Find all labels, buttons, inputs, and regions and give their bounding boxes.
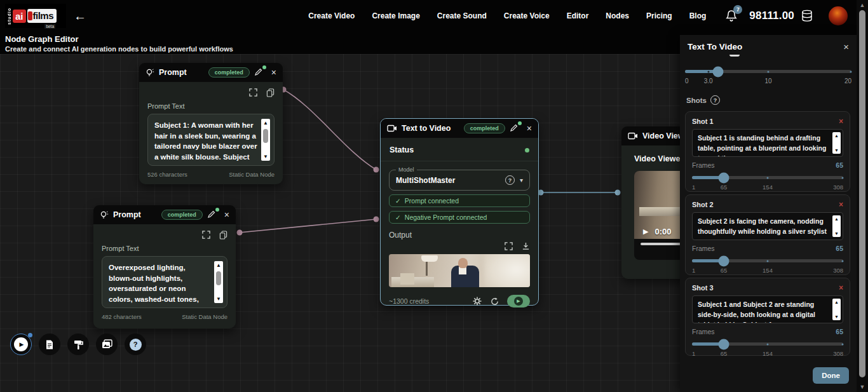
textarea-scroll-spinner[interactable]: ▲ ▼	[832, 132, 841, 154]
copy-icon[interactable]	[266, 88, 275, 97]
frames-slider[interactable]: 1 65 154 308	[692, 259, 843, 274]
nav-create-sound[interactable]: Create Sound	[437, 11, 487, 20]
frames-label: Frames	[692, 328, 715, 335]
textarea-scrollbar[interactable]: ▲ ▼	[214, 261, 223, 303]
textarea-scrollbar[interactable]: ▲ ▼	[261, 119, 270, 161]
scroll-down-icon[interactable]: ▼	[834, 231, 839, 236]
close-node-button[interactable]: ×	[271, 67, 276, 78]
model-select[interactable]: Model MultiShotMaster ? ▾	[389, 170, 530, 191]
frames-value: 65	[836, 161, 843, 169]
logo-studio-text: studio	[7, 8, 11, 25]
shots-section-label: Shots	[686, 97, 707, 104]
app-logo[interactable]: studio ai films beta	[5, 4, 66, 28]
scrollbar-thumb[interactable]	[859, 10, 865, 377]
nav-pricing[interactable]: Pricing	[646, 11, 672, 20]
nav-blog[interactable]: Blog	[689, 11, 707, 20]
scroll-up-icon[interactable]: ▲	[214, 262, 223, 268]
edit-button[interactable]	[207, 210, 217, 220]
document-icon	[44, 339, 55, 350]
frames-slider[interactable]: 1 65 154 308	[692, 176, 843, 191]
nav-editor[interactable]: Editor	[567, 11, 589, 20]
pencil-icon	[510, 123, 519, 132]
prompt-node-1[interactable]: Prompt completed × Prompt Text Subject 1…	[139, 63, 283, 184]
scroll-down-icon[interactable]: ▼	[261, 154, 270, 159]
play-icon[interactable]: ▶	[643, 227, 648, 236]
textarea-scroll-spinner[interactable]: ▲ ▼	[832, 299, 841, 320]
gallery-button[interactable]	[96, 334, 118, 355]
scroll-down-icon[interactable]: ▼	[834, 314, 839, 319]
expand-icon[interactable]	[202, 231, 210, 239]
dropdown-arrow-icon: ▾	[520, 177, 523, 184]
output-video-thumbnail[interactable]	[389, 254, 530, 287]
scrollbar-thumb[interactable]	[216, 271, 221, 285]
textarea-scroll-spinner[interactable]: ▲ ▼	[832, 215, 841, 237]
text-to-video-node-header[interactable]: Text to Video completed ×	[381, 119, 538, 138]
scroll-down-icon[interactable]: ▼	[214, 296, 223, 302]
expand-icon[interactable]	[505, 242, 513, 250]
main-parameter-slider[interactable]: 0 3.0 10 20	[685, 70, 851, 85]
slider-handle[interactable]	[713, 66, 724, 77]
shot-description-textarea[interactable]: Subject 1 and Subject 2 are standing sid…	[692, 295, 843, 323]
edit-button[interactable]	[254, 67, 264, 78]
text-to-video-node[interactable]: Text to Video completed × Status Model M…	[380, 118, 539, 306]
slider-handle[interactable]	[718, 339, 729, 349]
refresh-icon[interactable]	[490, 297, 499, 306]
scroll-up-icon[interactable]: ▲	[834, 300, 839, 304]
notes-button[interactable]	[39, 334, 60, 355]
window-scrollbar[interactable]: ▲ ▼	[857, 0, 868, 392]
prompt-textarea[interactable]: Subject 1: A woman with her hair in a sl…	[147, 114, 275, 166]
nav-create-video[interactable]: Create Video	[308, 11, 355, 20]
scrollbar-down-icon[interactable]: ▼	[857, 384, 868, 390]
prompt-node-2-header[interactable]: Prompt completed ×	[93, 205, 236, 224]
back-button[interactable]: ←	[74, 10, 86, 22]
model-info-icon[interactable]: ?	[505, 175, 515, 185]
char-count: 482 characters	[102, 313, 142, 320]
styles-button[interactable]	[67, 334, 89, 355]
status-green-dot	[525, 148, 529, 152]
slider-handle[interactable]	[718, 172, 729, 183]
prompt-node-1-header[interactable]: Prompt completed ×	[139, 63, 283, 82]
panel-title: Text To Video	[688, 42, 742, 51]
close-node-button[interactable]: ×	[527, 123, 532, 133]
scroll-up-icon[interactable]: ▲	[834, 217, 839, 221]
scrollbar-up-icon[interactable]: ▲	[857, 2, 868, 8]
nav-create-image[interactable]: Create Image	[372, 11, 419, 20]
help-button[interactable]: ?	[125, 334, 146, 355]
remove-shot-button[interactable]: ×	[839, 200, 843, 209]
notifications-button[interactable]: 7	[725, 9, 739, 23]
frames-slider[interactable]: 1 65 154 308	[692, 342, 843, 357]
prompt-text-label: Prompt Text	[147, 102, 275, 110]
prompt-text-label: Prompt Text	[102, 245, 227, 252]
scroll-up-icon[interactable]: ▲	[834, 133, 839, 138]
run-workflow-button[interactable]: ▶	[10, 334, 32, 355]
shot-description-textarea[interactable]: Subject 1 is standing behind a drafting …	[692, 129, 843, 157]
expand-icon[interactable]	[249, 88, 257, 97]
model-field-label: Model	[396, 166, 417, 173]
nav-create-voice[interactable]: Create Voice	[504, 11, 550, 20]
check-icon: ✓	[395, 213, 401, 221]
scroll-down-icon[interactable]: ▼	[834, 148, 839, 152]
nav-nodes[interactable]: Nodes	[606, 11, 629, 20]
download-icon[interactable]	[522, 242, 530, 250]
scrollbar-thumb[interactable]	[263, 129, 268, 143]
close-node-button[interactable]: ×	[224, 210, 229, 220]
prompt-textarea[interactable]: Overexposed lighting, blown-out highligh…	[102, 256, 227, 308]
slider-handle[interactable]	[718, 255, 729, 266]
status-badge: completed	[464, 123, 505, 133]
remove-shot-button[interactable]: ×	[839, 283, 843, 292]
scroll-up-icon[interactable]: ▲	[261, 120, 270, 126]
settings-gear-icon[interactable]	[472, 296, 482, 306]
prompt-node-2[interactable]: Prompt completed × Prompt Text Overexpos…	[93, 205, 236, 328]
run-node-button[interactable]: ▶	[507, 295, 530, 308]
shot-description-textarea[interactable]: Subject 2 is facing the camera, nodding …	[692, 212, 843, 240]
shot-card-3: Shot 3 × Subject 1 and Subject 2 are sta…	[685, 278, 850, 356]
done-button[interactable]: Done	[813, 367, 849, 384]
user-avatar[interactable]	[829, 6, 848, 25]
frames-label: Frames	[692, 161, 715, 169]
remove-shot-button[interactable]: ×	[839, 117, 843, 126]
copy-icon[interactable]	[219, 231, 227, 240]
close-panel-button[interactable]: ×	[843, 41, 849, 52]
status-badge: completed	[208, 67, 250, 78]
shots-info-icon[interactable]: ?	[710, 95, 720, 105]
edit-button[interactable]	[510, 123, 520, 133]
